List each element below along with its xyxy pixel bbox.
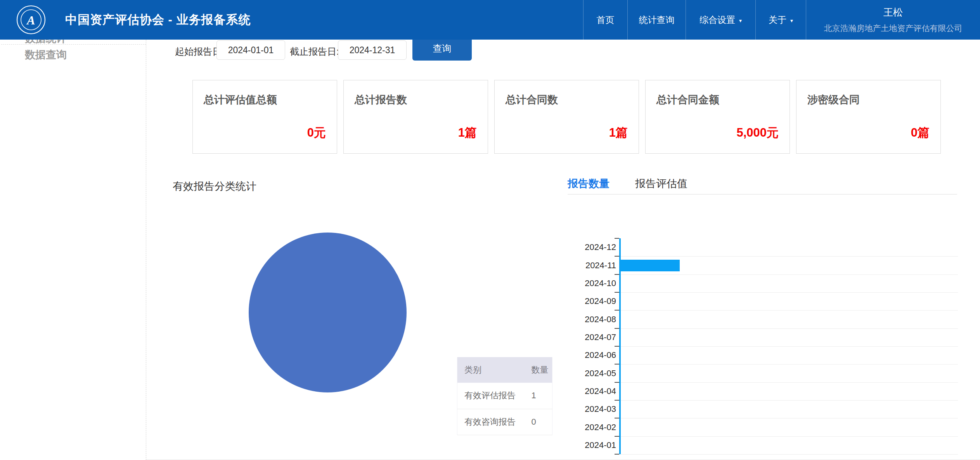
gridline [621,328,958,329]
report-category-pie-chart [249,233,407,392]
stat-card-value: 0元 [307,125,326,141]
table-row: 有效评估报告 1 [457,383,552,409]
gridline [621,364,958,365]
nav-item-home[interactable]: 首页 [583,0,627,40]
report-category-table: 类别 数量 有效评估报告 1 有效咨询报告 0 [457,357,552,435]
axis-tick [615,436,619,437]
monthly-report-bar-chart: 2024-122024-112024-102024-092024-082024-… [569,238,958,454]
table-header-quantity: 数量 [528,357,552,383]
gridline [621,346,958,347]
user-name: 王松 [883,6,903,19]
axis-tick [615,382,619,383]
bar-category-label: 2024-12 [569,242,616,253]
axis-tick [615,418,619,418]
gridline [621,436,958,437]
table-cell-quantity: 1 [528,383,552,409]
stat-card-classified-contracts: 涉密级合同 0篇 [796,80,941,154]
app-title: 中国资产评估协会 - 业务报备系统 [65,0,251,40]
gridline [621,454,958,455]
bar-category-label: 2024-01 [569,440,616,451]
bar-category-label: 2024-07 [569,332,616,343]
axis-tick [615,364,619,365]
end-date-input[interactable] [338,40,407,60]
pie-section-heading: 有效报告分类统计 [173,179,256,193]
stat-card-value: 1篇 [609,125,628,141]
sidebar-item-data-query[interactable]: 数据查询 [25,48,67,62]
chevron-down-icon: ▾ [739,17,742,23]
tab-report-appraisal-value[interactable]: 报告评估值 [635,177,687,191]
stat-card-total-appraisal-value: 总计评估值总额 0元 [192,80,337,154]
bar-2024-11 [621,260,680,271]
gridline [621,256,958,257]
bar-category-label: 2024-02 [569,422,616,433]
nav-item-statistics-query[interactable]: 统计查询 [627,0,686,40]
gridline [621,382,958,383]
stat-card-title: 涉密级合同 [807,93,860,107]
table-cell-category: 有效评估报告 [457,383,528,409]
stat-card-value: 1篇 [458,125,477,141]
axis-tick [615,274,619,275]
user-account-block[interactable]: 王松 北京浩瀚房地产土地资产评估有限公司 [806,0,980,40]
association-logo-icon: A [16,5,46,35]
stat-card-title: 总计合同金额 [656,93,719,107]
stat-card-value: 0篇 [911,125,930,141]
user-company: 北京浩瀚房地产土地资产评估有限公司 [824,23,963,34]
axis-tick [615,310,619,311]
start-date-input[interactable] [216,40,285,60]
gridline [621,418,958,418]
left-sidebar: 数据统计 数据查询 [0,40,146,460]
gridline [621,292,958,293]
gridline [621,310,958,311]
stat-card-title: 总计合同数 [506,93,558,107]
axis-tick [615,238,619,239]
axis-tick [615,256,619,257]
table-cell-quantity: 0 [528,409,552,435]
nav-item-statistics-query-label: 统计查询 [639,14,675,26]
axis-tick [615,454,619,455]
stat-card-total-contracts: 总计合同数 1篇 [494,80,639,154]
stat-card-value: 5,000元 [736,125,779,141]
bar-category-label: 2024-08 [569,314,616,325]
axis-tick [615,328,619,329]
bar-category-label: 2024-11 [569,260,616,271]
stat-card-total-contract-amount: 总计合同金额 5,000元 [645,80,790,154]
svg-text:A: A [26,13,35,27]
table-row: 有效咨询报告 0 [457,409,552,435]
search-button[interactable]: 查询 [412,36,472,61]
gridline [621,400,958,401]
chevron-down-icon: ▾ [790,17,793,23]
tabs-underline [568,194,957,194]
axis-tick [615,400,619,401]
sidebar-divider [1,44,146,45]
table-header-category: 类别 [457,357,528,383]
table-header-row: 类别 数量 [457,357,552,383]
stat-card-title: 总计评估值总额 [204,93,277,107]
axis-tick [615,346,619,347]
bar-category-label: 2024-09 [569,296,616,307]
bar-category-label: 2024-10 [569,278,616,289]
stat-card-title: 总计报告数 [355,93,407,107]
nav-item-general-settings-label: 综合设置 [700,14,735,26]
nav-item-home-label: 首页 [597,14,615,26]
nav-item-about-label: 关于 [769,14,786,26]
axis-tick [615,292,619,293]
nav-item-general-settings[interactable]: 综合设置 ▾ [686,0,755,40]
nav-item-about[interactable]: 关于 ▾ [755,0,806,40]
top-navbar: A 中国资产评估协会 - 业务报备系统 首页 统计查询 综合设置 ▾ 关于 ▾ … [0,0,980,40]
gridline [621,274,958,275]
bar-category-label: 2024-03 [569,404,616,415]
bar-category-label: 2024-04 [569,386,616,397]
end-date-label: 截止报告日: [290,45,339,58]
tab-report-count[interactable]: 报告数量 [568,177,609,191]
bar-category-label: 2024-05 [569,368,616,379]
bar-category-label: 2024-06 [569,350,616,361]
nav-menu: 首页 统计查询 综合设置 ▾ 关于 ▾ 王松 北京浩瀚房地产土地资产评估有限公司 [583,0,980,40]
stat-card-total-reports: 总计报告数 1篇 [343,80,488,154]
table-cell-category: 有效咨询报告 [457,409,528,435]
